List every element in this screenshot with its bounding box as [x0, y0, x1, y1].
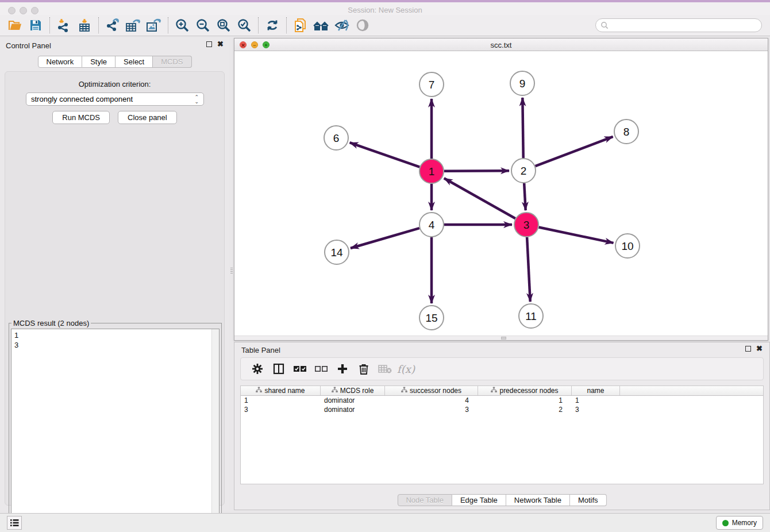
edge-2-3[interactable] [524, 183, 526, 210]
toolbar-separator [168, 17, 168, 33]
graph-node-7[interactable]: 7 [419, 72, 444, 97]
tab-mcds[interactable]: MCDS [153, 56, 191, 68]
zoom-fit-icon[interactable] [213, 17, 234, 34]
optimization-criterion-select[interactable]: strongly connected component ⌃⌄ [26, 92, 204, 106]
edge-2-9[interactable] [522, 98, 523, 158]
close-panel-icon[interactable]: ✖ [217, 41, 224, 47]
table-cell[interactable]: dominator [321, 405, 385, 414]
toolbar-separator [286, 17, 287, 33]
table-cell[interactable]: 1 [572, 396, 620, 405]
table-panel-tabs: Node TableEdge TableNetwork TableMotifs [397, 494, 606, 506]
graph-node-9[interactable]: 9 [510, 71, 534, 95]
table-cell[interactable]: 1 [241, 396, 321, 405]
tab-edge-table[interactable]: Edge Table [452, 494, 506, 506]
column-header-successor-nodes[interactable]: successor nodes [385, 386, 478, 395]
graph-node-2[interactable]: 2 [511, 159, 536, 183]
close-panel-button[interactable]: Close panel [118, 111, 177, 124]
search-field[interactable] [595, 18, 762, 32]
network-window-titlebar[interactable]: ✕ − + scc.txt [234, 38, 768, 51]
run-mcds-button[interactable]: Run MCDS [52, 111, 110, 124]
tab-network[interactable]: Network [37, 56, 82, 68]
table-row[interactable]: 3dominator323 [241, 405, 763, 414]
copy-network-icon[interactable] [290, 17, 311, 34]
table-cell[interactable]: 4 [385, 396, 478, 405]
tab-motifs[interactable]: Motifs [570, 494, 607, 506]
svg-text:7: 7 [429, 79, 435, 91]
column-mode-icon[interactable] [268, 360, 289, 378]
save-session-icon[interactable] [25, 17, 46, 34]
graph-node-3[interactable]: 3 [514, 213, 538, 237]
select-all-columns-icon[interactable] [289, 360, 310, 378]
control-panel: Control Panel ✖ NetworkStyleSelectMCDS O… [0, 38, 229, 510]
svg-text:1: 1 [429, 165, 435, 178]
mcds-result-values: 1 3 [11, 329, 219, 350]
mcds-result-textarea[interactable]: 1 3 [11, 329, 220, 532]
show-hidden-icon[interactable] [352, 17, 373, 34]
tab-select[interactable]: Select [116, 56, 153, 68]
column-header-MCDS-role[interactable]: MCDS role [321, 386, 385, 395]
edge-1-2[interactable] [444, 171, 509, 171]
tab-node-table[interactable]: Node Table [397, 494, 452, 506]
graph-node-15[interactable]: 15 [419, 306, 444, 330]
show-all-networks-icon[interactable] [311, 17, 332, 34]
table-cell[interactable]: 1 [478, 396, 572, 405]
edge-3-10[interactable] [539, 228, 614, 243]
open-file-icon[interactable] [5, 17, 25, 34]
task-list-icon [10, 519, 19, 527]
zoom-selected-icon[interactable] [234, 17, 255, 34]
edge-1-6[interactable] [350, 142, 420, 167]
delete-column-icon[interactable] [353, 360, 374, 378]
add-column-icon[interactable] [332, 360, 353, 378]
search-input[interactable] [611, 21, 754, 30]
import-table-icon[interactable] [74, 17, 95, 34]
tab-network-table[interactable]: Network Table [506, 494, 570, 506]
edge-3-1[interactable] [444, 178, 515, 218]
graph-node-4[interactable]: 4 [419, 213, 444, 237]
export-network-icon[interactable] [102, 17, 123, 34]
column-header-shared-name[interactable]: shared name [241, 386, 321, 395]
hide-selected-icon[interactable] [332, 17, 352, 34]
attribute-type-icon [332, 387, 338, 395]
import-network-icon[interactable] [53, 17, 74, 34]
graph-node-11[interactable]: 11 [519, 304, 543, 328]
graph-node-10[interactable]: 10 [615, 234, 640, 258]
memory-button[interactable]: Memory [716, 516, 763, 530]
apply-layout-icon[interactable] [262, 17, 283, 34]
edge-3-11[interactable] [527, 237, 530, 302]
delete-table-icon [374, 360, 395, 378]
zoom-in-icon[interactable] [172, 17, 192, 34]
column-header-name[interactable]: name [572, 386, 620, 395]
table-cell[interactable]: 2 [478, 405, 572, 414]
table-settings-icon[interactable] [247, 360, 268, 378]
table-cell[interactable]: 3 [385, 405, 478, 414]
graph-node-1[interactable]: 1 [419, 159, 444, 183]
graph-node-6[interactable]: 6 [324, 126, 348, 150]
deselect-all-columns-icon[interactable] [310, 360, 332, 378]
network-canvas[interactable]: 7968124314101511 [234, 51, 768, 336]
application-window: Session: New Session [0, 0, 770, 532]
column-header-predecessor-nodes[interactable]: predecessor nodes [478, 386, 572, 395]
selected-criterion: strongly connected component [31, 95, 194, 103]
attribute-type-icon [491, 387, 497, 395]
export-image-icon[interactable] [144, 17, 164, 34]
edge-2-8[interactable] [536, 137, 613, 166]
graph-node-14[interactable]: 14 [325, 240, 349, 264]
memory-label: Memory [732, 519, 757, 527]
table-row[interactable]: 1dominator411 [241, 396, 763, 405]
table-cell[interactable]: dominator [321, 396, 385, 405]
task-history-button[interactable] [7, 516, 22, 530]
zoom-out-icon[interactable] [192, 17, 213, 34]
float-table-panel-icon[interactable] [745, 346, 751, 352]
network-splitter-handle[interactable] [501, 337, 506, 340]
tab-style[interactable]: Style [82, 56, 116, 68]
graph-node-8[interactable]: 8 [614, 119, 638, 144]
table-cell[interactable]: 3 [241, 405, 321, 414]
edge-4-14[interactable] [351, 228, 419, 248]
network-graph[interactable]: 7968124314101511 [234, 51, 768, 336]
table-cell[interactable]: 3 [572, 405, 620, 414]
result-scrollbar[interactable] [211, 329, 219, 532]
panel-splitter-handle[interactable] [230, 265, 233, 276]
export-table-icon[interactable] [123, 17, 144, 34]
float-panel-icon[interactable] [206, 41, 212, 47]
close-table-panel-icon[interactable]: ✖ [756, 346, 763, 352]
